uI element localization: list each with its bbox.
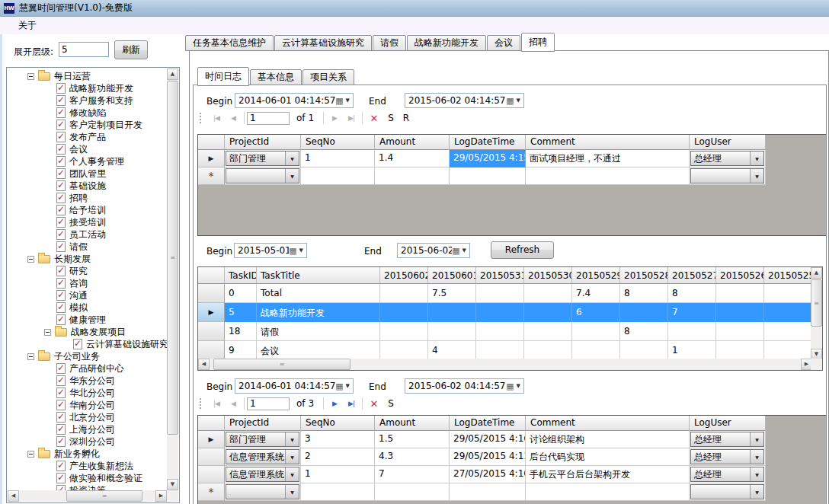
grid-row[interactable]: ▶部门管理▼11.429/05/2015 4:15...面试项目经理，不通过总经…	[198, 150, 827, 167]
row-header[interactable]	[198, 341, 225, 360]
cell[interactable]	[428, 303, 476, 322]
scrollbar-thumb[interactable]: ≡	[167, 81, 178, 435]
row-header[interactable]: ▶	[198, 150, 225, 167]
cell[interactable]: 战略新功能开发	[257, 303, 380, 322]
grid-row[interactable]: 0Total7.57.488	[198, 284, 812, 303]
row-header[interactable]: ▶	[198, 303, 225, 322]
tree-item[interactable]: 模拟	[8, 301, 167, 314]
tree-refresh-button[interactable]: 刷新	[114, 40, 148, 59]
cell[interactable]: 8	[620, 322, 668, 341]
cell[interactable]	[572, 322, 620, 341]
cell-logdatetime[interactable]: 27/05/2015 4:10...	[450, 466, 526, 483]
cell-projectid[interactable]: ▼	[225, 167, 301, 185]
dropdown-arrow-icon[interactable]: ▼	[346, 97, 350, 104]
tree-item[interactable]: 上海分公司	[8, 423, 167, 435]
cell-comment[interactable]	[526, 483, 690, 501]
column-header-20150525[interactable]: 20150525	[764, 267, 812, 284]
cell[interactable]	[716, 284, 764, 303]
tree-folder[interactable]: 每日运营	[8, 70, 167, 82]
sub-tab-1[interactable]: 时间日志	[197, 67, 249, 86]
scroll-down-icon[interactable]: ▼	[167, 479, 178, 490]
cell[interactable]: 8	[668, 284, 716, 303]
tree-item[interactable]: 发布产品	[8, 131, 167, 143]
nav-s-button[interactable]: S	[383, 113, 398, 123]
cell-seqno[interactable]: 2	[301, 448, 375, 466]
cell-logdatetime[interactable]	[450, 167, 526, 185]
tree-item[interactable]: 云计算基础设施研究	[8, 338, 167, 350]
cell[interactable]	[524, 341, 572, 360]
cell[interactable]	[476, 322, 524, 341]
pivot-end-date-picker[interactable]: 2015-06-02 ▦ ▼	[397, 243, 470, 258]
scroll-up-icon[interactable]: ▲	[811, 267, 822, 279]
cell-projectid[interactable]: 部门管理▼	[225, 150, 301, 167]
scrollbar-thumb[interactable]: ≡	[66, 490, 142, 502]
cell[interactable]	[476, 303, 524, 322]
cell-loguser[interactable]: 总经理▼	[690, 448, 766, 466]
scrollbar-thumb[interactable]: ≡	[213, 359, 350, 370]
nav-s-button[interactable]: S	[383, 398, 398, 409]
dropdown-arrow-icon[interactable]: ▼	[750, 485, 763, 499]
dropdown-arrow-icon[interactable]: ▼	[285, 169, 299, 183]
dropdown-arrow-icon[interactable]: ▼	[285, 450, 299, 464]
column-header-comment[interactable]: Comment	[526, 135, 690, 150]
scroll-up-icon[interactable]: ▲	[167, 69, 178, 80]
row-header[interactable]: ▶	[198, 431, 225, 448]
cell-loguser[interactable]: 总经理▼	[690, 466, 766, 483]
cell[interactable]	[764, 303, 812, 322]
cell-amount[interactable]: 7	[375, 466, 450, 483]
cell[interactable]: 8	[620, 284, 668, 303]
tree-folder[interactable]: 新业务孵化	[8, 448, 167, 460]
tree-item[interactable]: 华东分公司	[8, 375, 167, 387]
cell-comment[interactable]: 讨论组织架构	[526, 431, 690, 448]
combo-box[interactable]: ▼	[690, 484, 764, 499]
combo-box[interactable]: 总经理▼	[690, 151, 764, 166]
cell-amount[interactable]: 1.5	[375, 431, 450, 448]
cell[interactable]	[380, 303, 428, 322]
grid-row[interactable]: 信息管理系统▼1727/05/2015 4:10...手机云平台后台架构开发总经…	[198, 466, 827, 483]
cell[interactable]	[716, 303, 764, 322]
column-header-20150601[interactable]: 20150601	[428, 267, 476, 284]
column-header-seqno[interactable]: SeqNo	[301, 135, 375, 150]
cell[interactable]	[764, 341, 812, 360]
cell[interactable]	[476, 284, 524, 303]
cell[interactable]: 1	[668, 341, 716, 360]
tree-item[interactable]: 做实验和概念验证	[8, 472, 167, 484]
tree-item[interactable]: 给予培训	[8, 204, 167, 216]
tree-item[interactable]: 基础设施	[8, 180, 167, 192]
cell[interactable]	[716, 322, 764, 341]
tree-item[interactable]: 研究	[8, 265, 167, 277]
cell[interactable]	[524, 322, 572, 341]
collapse-toggle-icon[interactable]	[27, 451, 34, 458]
tree-folder[interactable]: 长期发展	[8, 253, 167, 265]
dropdown-arrow-icon[interactable]: ▼	[346, 383, 350, 389]
column-header-amount[interactable]: Amount	[375, 135, 450, 150]
cell-logdatetime[interactable]: 29/05/2015 4:11...	[450, 448, 526, 466]
column-header-comment[interactable]: Comment	[526, 416, 690, 431]
cell[interactable]: 0	[225, 284, 257, 303]
cell[interactable]: 6	[572, 303, 620, 322]
column-header-seqno[interactable]: SeqNo	[301, 416, 375, 431]
tree-folder[interactable]: 子公司业务	[8, 350, 167, 362]
tree-item[interactable]: 员工活动	[8, 228, 167, 241]
tree-folder[interactable]: 战略发展项目	[8, 326, 167, 338]
begin-datetime-picker[interactable]: 2014-06-01 04:14:57 ▦ ▼	[235, 378, 354, 394]
nav-last-button[interactable]: ▶|	[343, 114, 360, 122]
pivot-begin-date-picker[interactable]: 2015-05-01 ▦ ▼	[234, 243, 307, 258]
column-header-logdatetime[interactable]: LogDateTime	[450, 135, 526, 150]
sub-tab-2[interactable]: 基本信息	[250, 69, 302, 85]
dropdown-arrow-icon[interactable]: ▼	[517, 383, 520, 389]
collapse-toggle-icon[interactable]	[27, 256, 34, 263]
nav-next-button[interactable]: ▶	[326, 114, 343, 122]
cell-amount[interactable]	[375, 167, 450, 185]
column-header-20150531[interactable]: 20150531	[476, 267, 524, 284]
column-header-projectid[interactable]: ProjectId	[225, 135, 301, 150]
cell[interactable]	[524, 303, 572, 322]
column-header-amount[interactable]: Amount	[375, 416, 450, 431]
cell-seqno[interactable]: 1	[301, 466, 375, 483]
dropdown-arrow-icon[interactable]: ▼	[517, 97, 520, 104]
row-header[interactable]	[198, 466, 225, 483]
cell-amount[interactable]: 1.4	[375, 150, 450, 167]
pivot-vertical-scrollbar[interactable]: ▲ ≡ ▼	[811, 267, 822, 360]
nav-prev-button[interactable]: ◀	[225, 114, 242, 122]
cell[interactable]	[524, 284, 572, 303]
